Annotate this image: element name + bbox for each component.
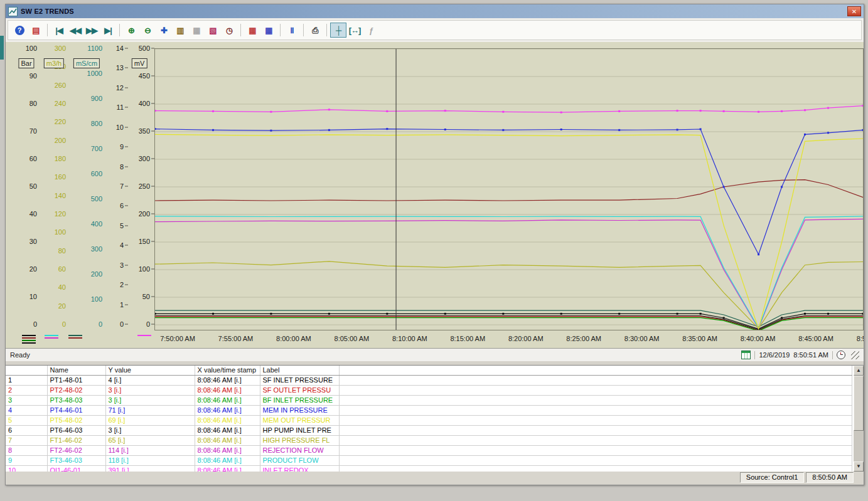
report-button[interactable]: ▤ (28, 23, 44, 38)
table-row-4[interactable]: 4PT4-46-0171 [i.]8:08:46 AM [i.]MEM IN P… (6, 406, 852, 416)
axis-tick-label: 70 (29, 128, 37, 135)
table-row-2[interactable]: 2PT2-48-023 [i.]8:08:46 AM [i.]SF OUTLET… (6, 386, 852, 396)
report-icon: ▤ (32, 26, 39, 34)
axis-tick-mark (125, 245, 128, 246)
axis-tick-label: 14 (116, 45, 124, 52)
zoom-out-button[interactable]: ⊖ (139, 23, 156, 38)
axis-tick-label: 250 (139, 183, 150, 190)
pause-button[interactable]: Ⅱ (284, 23, 300, 38)
table-cell: 1 (6, 376, 47, 386)
column-header[interactable] (6, 366, 47, 376)
print-button[interactable]: ⎙ (307, 23, 323, 38)
toolbar-separator (119, 24, 120, 36)
table-cell: QI1-46-01 (47, 466, 105, 472)
table-row-5[interactable]: 5PT5-48-0269 [i.]8:08:46 AM [i.]MEM OUT … (6, 416, 852, 426)
table-row-9[interactable]: 9FT3-46-03118 [i.]8:08:46 AM [i.]PRODUCT… (6, 456, 852, 466)
source-panel: Source: Control1 (740, 472, 805, 483)
series-marker-mem-in-pressure (502, 129, 504, 131)
selection-icon: ▦ (193, 26, 200, 34)
toolbar: ?▤|◀◀◀▶▶▶|⊕⊖✚▥▦▧◷▦▦Ⅱ⎙┼[↔]ƒ (8, 20, 862, 40)
legend-group-2[interactable] (45, 335, 58, 340)
scroll-down-button[interactable]: ▼ (854, 461, 864, 472)
series-marker-sf-inlet-pressure (677, 313, 678, 315)
go-first-button[interactable]: |◀ (51, 23, 67, 38)
axis-tick-label: 500 (91, 196, 102, 203)
grid-view-button[interactable]: ▦ (244, 23, 260, 38)
table-cell: PT5-48-02 (47, 416, 105, 426)
scroll-up-button[interactable]: ▲ (854, 366, 864, 376)
zoom-in-button[interactable]: ⊕ (123, 23, 139, 38)
axis-tick-mark (125, 206, 128, 206)
status-separator (832, 351, 833, 359)
legend-group-4[interactable] (137, 335, 151, 337)
table-cell: 4 (6, 406, 47, 416)
table-cell: 65 [i.] (105, 436, 195, 446)
skip-to-start-icon: |◀ (55, 26, 63, 34)
data-grid-icon (741, 351, 751, 359)
toolbar-separator (326, 24, 327, 36)
axis-tick-label: 500 (139, 45, 150, 52)
series-mem-out-pressure (155, 134, 863, 329)
ruler-button[interactable]: ▥ (172, 23, 188, 38)
table-cell: 8:08:46 AM [i.] (195, 376, 260, 386)
fast-forward-icon: ▶▶ (86, 26, 97, 34)
cursor-mode-button[interactable]: ┼ (330, 23, 346, 38)
zoom-area-button[interactable]: ▧ (205, 23, 221, 38)
table-row-10[interactable]: 10QI1-46-01391 [i.]8:08:46 AM [i.]INLET … (6, 466, 852, 472)
printer-icon: ⎙ (312, 26, 318, 34)
status-bar: Ready 12/6/2019 8:50:51 AM (6, 348, 864, 361)
value-range-button[interactable]: [↔] (346, 23, 363, 38)
title-bar[interactable]: SW E2 TRENDS ✕ (6, 4, 864, 18)
series-marker-mem-in-pressure (155, 128, 156, 130)
table-cell (339, 376, 852, 386)
help-button[interactable]: ? (11, 23, 28, 38)
column-header[interactable]: X value/time stamp (195, 366, 260, 376)
zoom-in-icon: ⊕ (128, 26, 134, 34)
series-redox-dark-red (155, 180, 863, 201)
scroll-thumb[interactable] (854, 376, 864, 431)
legend-group-1[interactable] (22, 335, 36, 345)
table-cell: BF INLET PRESSURE (260, 396, 339, 406)
column-header[interactable]: Name (47, 366, 105, 376)
vertical-scrollbar[interactable]: ▲ ▼ (854, 366, 864, 472)
table-row-3[interactable]: 3PT3-48-033 [i.]8:08:46 AM [i.]BF INLET … (6, 396, 852, 406)
pen-legend (6, 333, 156, 345)
trend-plot[interactable] (154, 48, 864, 330)
grid-config-button[interactable]: ▦ (260, 23, 277, 38)
table-row-8[interactable]: 8FT2-46-02114 [i.]8:08:46 AM [i.]REJECTI… (6, 446, 852, 456)
table-cell: PT1-48-01 (47, 376, 105, 386)
column-header[interactable]: Label (260, 366, 339, 376)
column-header[interactable] (339, 366, 852, 376)
page-forward-button[interactable]: ▶▶ (83, 23, 100, 38)
trend-plot-canvas[interactable] (155, 49, 863, 330)
value-table-wrap: NameY valueX value/time stampLabel 1PT1-… (6, 365, 864, 472)
series-marker-inlet-redox (328, 108, 330, 110)
table-row-7[interactable]: 7FT1-46-0265 [i.]8:08:46 AM [i.]HIGH PRE… (6, 436, 852, 446)
column-header[interactable]: Y value (105, 366, 195, 376)
axis-tick-label: 100 (91, 296, 102, 303)
rewind-icon: ◀◀ (70, 26, 81, 34)
axis-tick-label: 600 (91, 171, 102, 177)
go-last-button[interactable]: ▶| (100, 23, 116, 38)
series-marker-sf-inlet-pressure (328, 313, 330, 315)
close-button[interactable]: ✕ (847, 6, 861, 16)
table-cell: 5 (6, 416, 47, 426)
axis-tick-label: 900 (91, 95, 102, 102)
legend-group-3[interactable] (68, 335, 82, 340)
table-row-1[interactable]: 1PT1-48-014 [i.]8:08:46 AM [i.]SF INLET … (6, 376, 852, 386)
table-row-6[interactable]: 6PT6-46-033 [i.]8:08:46 AM [i.]HP PUMP I… (6, 426, 852, 436)
axis-tick-label: 12 (116, 84, 124, 91)
table-cell: 71 [i.] (105, 406, 195, 416)
time-range-button[interactable]: ◷ (221, 23, 237, 38)
question-icon: ? (15, 26, 24, 35)
pan-button[interactable]: ✚ (156, 23, 172, 38)
axis-tick-label: 0 (120, 321, 124, 328)
toolbar-separator (280, 24, 281, 36)
table-cell: 118 [i.] (105, 456, 195, 466)
axis-unit-mV: mV (132, 58, 147, 68)
resize-grip[interactable] (851, 351, 859, 359)
page-back-button[interactable]: ◀◀ (67, 23, 83, 38)
axis-tick-label: 300 (91, 246, 102, 253)
legend-line-icon (45, 337, 58, 339)
pause-icon: Ⅱ (290, 26, 293, 34)
